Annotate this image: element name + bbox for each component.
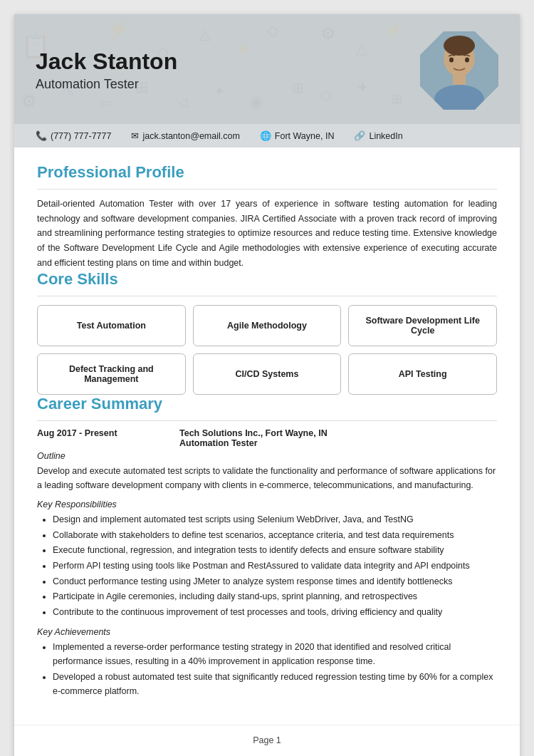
profile-section: Professional Profile Detail-oriented Aut…	[37, 163, 497, 270]
achievements-label: Key Achievements	[37, 627, 497, 637]
svg-text:◇: ◇	[267, 21, 279, 39]
svg-rect-24	[453, 74, 466, 85]
career-section: Career Summary Aug 2017 - PresentTech So…	[37, 395, 497, 699]
email-contact: ✉ jack.stanton@email.com	[131, 130, 239, 141]
header-name-block: Jack Stanton Automation Tester	[36, 49, 177, 92]
phone-number: (777) 777-7777	[51, 131, 111, 141]
list-item: Design and implement automated test scri…	[53, 512, 497, 527]
career-role: Automation Tester	[179, 438, 328, 448]
phone-icon: 📞	[36, 130, 47, 141]
linkedin-icon: 🔗	[354, 130, 365, 141]
location-icon: 🌐	[260, 130, 271, 141]
svg-text:⊞: ⊞	[292, 80, 304, 95]
list-item: Developed a robust automated test suite …	[53, 670, 497, 699]
profile-title: Professional Profile	[37, 163, 497, 182]
skill-box: Test Automation	[37, 305, 186, 346]
outline-text: Develop and execute automated test scrip…	[37, 464, 497, 492]
skill-box: Defect Tracking and Management	[37, 353, 186, 395]
achievements-list: Implemented a reverse-order performance …	[37, 640, 497, 700]
svg-point-26	[449, 58, 454, 63]
skill-box: API Testing	[348, 353, 497, 395]
skill-box: CI/CD Systems	[193, 353, 342, 395]
svg-point-23	[444, 36, 475, 56]
list-item: Participate in Agile ceremonies, includi…	[53, 589, 497, 604]
job-title: Automation Tester	[36, 77, 177, 92]
svg-text:⚡: ⚡	[107, 18, 130, 41]
career-company: Tech Solutions Inc., Fort Wayne, IN	[179, 428, 328, 438]
svg-point-27	[465, 58, 469, 63]
svg-text:⚙: ⚙	[21, 91, 37, 110]
svg-text:△: △	[356, 41, 367, 56]
svg-text:⚡: ⚡	[235, 41, 251, 57]
skills-title: Core Skills	[37, 270, 497, 289]
email-address: jack.stanton@email.com	[142, 131, 239, 141]
list-item: Collaborate with stakeholders to define …	[53, 528, 497, 543]
skills-grid: Test AutomationAgile MethodologySoftware…	[37, 305, 497, 395]
skills-section: Core Skills Test AutomationAgile Methodo…	[37, 270, 497, 395]
contact-bar: 📞 (777) 777-7777 ✉ jack.stanton@email.co…	[14, 124, 520, 147]
career-date: Aug 2017 - Present	[37, 428, 179, 448]
full-name: Jack Stanton	[36, 49, 177, 74]
list-item: Contribute to the continuous improvement…	[53, 605, 497, 620]
svg-text:◇: ◇	[320, 87, 332, 103]
career-entries: Aug 2017 - PresentTech Solutions Inc., F…	[37, 428, 497, 699]
location-text: Fort Wayne, IN	[275, 131, 335, 141]
list-item: Execute functional, regression, and inte…	[53, 543, 497, 558]
email-icon: ✉	[131, 130, 139, 141]
responsibilities-list: Design and implement automated test scri…	[37, 512, 497, 619]
list-item: Conduct performance testing using JMeter…	[53, 574, 497, 589]
linkedin-contact[interactable]: 🔗 LinkedIn	[354, 130, 402, 141]
svg-text:⊞: ⊞	[392, 92, 402, 106]
responsibilities-label: Key Responsibilities	[37, 499, 497, 509]
svg-text:⚡: ⚡	[384, 21, 404, 40]
location-contact: 🌐 Fort Wayne, IN	[260, 130, 335, 141]
svg-text:◉: ◉	[249, 93, 263, 110]
phone-contact: 📞 (777) 777-7777	[36, 130, 111, 141]
page-number: Page 1	[253, 735, 281, 745]
career-header-row: Aug 2017 - PresentTech Solutions Inc., F…	[37, 428, 497, 448]
svg-text:⚙: ⚙	[320, 24, 336, 43]
skill-box: Agile Methodology	[193, 305, 342, 346]
career-entry: Aug 2017 - PresentTech Solutions Inc., F…	[37, 428, 497, 699]
svg-text:✦: ✦	[356, 78, 369, 96]
main-content: Professional Profile Detail-oriented Aut…	[14, 147, 520, 725]
career-title: Career Summary	[37, 395, 497, 413]
list-item: Implemented a reverse-order performance …	[53, 640, 497, 669]
svg-text:△: △	[199, 26, 211, 42]
career-divider	[37, 420, 497, 421]
page-footer: Page 1	[14, 725, 520, 756]
svg-text:▭: ▭	[100, 95, 112, 110]
profile-divider	[37, 189, 497, 190]
profile-text: Detail-oriented Automation Tester with o…	[37, 197, 497, 270]
profile-photo	[420, 31, 498, 110]
svg-text:◁: ◁	[178, 95, 188, 110]
svg-text:✦: ✦	[214, 83, 226, 99]
header-section: 📋 ⚡ ◇ △ ⚡ ◇ ⚙ 🔧 ▭ ⊞ ◁ ✦ ◉ ⊞ ⚙ △ ⚡ ◇ ✦ ⊞	[14, 14, 520, 124]
list-item: Perform API testing using tools like Pos…	[53, 559, 497, 574]
outline-label: Outline	[37, 451, 497, 461]
skills-divider	[37, 296, 497, 296]
linkedin-label: LinkedIn	[369, 131, 402, 141]
career-company-block: Tech Solutions Inc., Fort Wayne, INAutom…	[179, 428, 328, 448]
skill-box: Software Development Life Cycle	[348, 305, 497, 346]
